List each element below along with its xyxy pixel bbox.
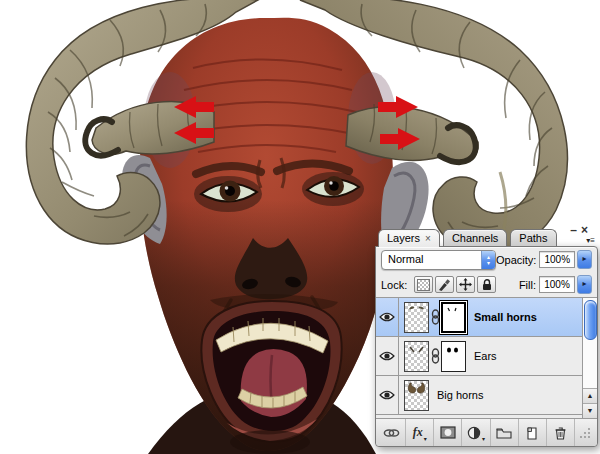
- fill-slider-arrow-icon[interactable]: ▸: [577, 275, 592, 294]
- eye-icon: [379, 390, 395, 400]
- new-layer-button[interactable]: [519, 419, 547, 446]
- tab-layers[interactable]: Layers×: [378, 229, 440, 247]
- lock-fill-row: Lock: Fill: 100% ▸: [376, 272, 597, 297]
- panel-tabs: Layers× Channels Paths: [378, 227, 598, 246]
- padlock-icon: [481, 278, 493, 291]
- lock-buttons: [414, 276, 496, 293]
- tab-close-icon[interactable]: ×: [425, 233, 431, 244]
- small-horns-mask-icon: [443, 304, 462, 329]
- layer-list: Small horns Ears: [376, 297, 597, 418]
- layer-row-big-horns[interactable]: Big horns: [376, 376, 597, 415]
- move-icon: [459, 278, 472, 291]
- layers-panel: –× ▾≡ Layers× Channels Paths Normal ▴: [375, 227, 598, 447]
- tab-channels[interactable]: Channels: [443, 229, 507, 246]
- link-icon: [383, 427, 400, 439]
- tab-paths[interactable]: Paths: [510, 229, 556, 246]
- scroll-down-icon[interactable]: ▼: [583, 403, 597, 418]
- scroll-up-icon[interactable]: ▲: [583, 388, 597, 403]
- layer-row-small-horns[interactable]: Small horns: [376, 298, 597, 337]
- visibility-toggle[interactable]: [376, 337, 399, 375]
- lock-all-button[interactable]: [477, 276, 496, 293]
- layer-mask-thumbnail[interactable]: [441, 341, 466, 372]
- minimize-icon[interactable]: –: [570, 223, 581, 237]
- resize-grip-icon: [578, 426, 591, 439]
- fx-icon: fx: [413, 425, 423, 440]
- new-group-button[interactable]: [491, 419, 519, 446]
- link-layers-button[interactable]: [378, 419, 406, 446]
- new-layer-icon: [525, 426, 539, 440]
- demon-head: [140, 18, 396, 454]
- folder-icon: [496, 427, 512, 439]
- eye-icon: [379, 351, 395, 361]
- blend-mode-dropdown[interactable]: Normal ▴ ▾: [381, 250, 496, 270]
- lock-label: Lock:: [381, 279, 410, 291]
- fill-value-field[interactable]: 100%: [539, 276, 575, 293]
- blend-mode-stepper-icon[interactable]: ▴ ▾: [481, 251, 495, 269]
- adjustment-layer-button[interactable]: ▾: [462, 419, 490, 446]
- ears-mask-icon: [442, 342, 463, 369]
- trash-icon: [554, 426, 567, 440]
- blend-opacity-row: Normal ▴ ▾ Opacity: 100% ▸: [376, 247, 597, 272]
- panel-window-controls: –×: [570, 224, 592, 236]
- lock-position-button[interactable]: [456, 276, 475, 293]
- mask-link-icon[interactable]: [429, 309, 441, 325]
- visibility-toggle[interactable]: [376, 298, 399, 336]
- fill-label: Fill:: [519, 279, 539, 291]
- layer-styles-button[interactable]: fx▾: [406, 419, 434, 446]
- layer-name: Small horns: [474, 311, 537, 323]
- scrollbar-thumb[interactable]: [584, 300, 597, 340]
- transparency-icon: [417, 279, 430, 291]
- lock-pixels-button[interactable]: [435, 276, 454, 293]
- eye-icon: [379, 312, 395, 322]
- ears-thumb-icon: [405, 342, 428, 371]
- layer-mask-thumbnail[interactable]: [441, 302, 466, 333]
- brush-icon: [438, 278, 451, 291]
- scrollbar-arrows: ▲ ▼: [583, 388, 597, 418]
- layer-thumbnail[interactable]: [404, 302, 429, 333]
- blend-mode-value: Normal: [382, 251, 481, 269]
- layer-name: Big horns: [437, 389, 483, 401]
- panel-footer: fx▾ ▾: [376, 418, 597, 446]
- opacity-value-field[interactable]: 100%: [539, 251, 575, 268]
- layer-thumbnail[interactable]: [404, 341, 429, 372]
- adjustment-icon: [467, 426, 481, 440]
- layer-mask-icon: [440, 426, 456, 439]
- opacity-label: Opacity:: [496, 254, 539, 266]
- small-horns-thumb-icon: [405, 303, 428, 332]
- layer-name: Ears: [474, 350, 497, 362]
- lock-transparency-button[interactable]: [414, 276, 433, 293]
- screenshot-stage: –× ▾≡ Layers× Channels Paths Normal ▴: [0, 0, 600, 454]
- big-horns-thumb-icon: [405, 381, 428, 410]
- layer-row-ears[interactable]: Ears: [376, 337, 597, 376]
- mask-link-icon[interactable]: [429, 348, 441, 364]
- panel-body: Normal ▴ ▾ Opacity: 100% ▸ Lock:: [375, 246, 598, 447]
- panel-menu-icon[interactable]: ▾≡: [586, 236, 595, 245]
- add-layer-mask-button[interactable]: [434, 419, 462, 446]
- layer-list-scrollbar: ▲ ▼: [582, 298, 597, 418]
- small-right-horn: [346, 104, 478, 162]
- panel-resize-grip[interactable]: [575, 419, 595, 446]
- visibility-toggle[interactable]: [376, 376, 399, 414]
- layer-thumbnail[interactable]: [404, 380, 429, 411]
- opacity-slider-arrow-icon[interactable]: ▸: [577, 250, 592, 269]
- close-icon[interactable]: ×: [581, 223, 592, 237]
- delete-layer-button[interactable]: [547, 419, 575, 446]
